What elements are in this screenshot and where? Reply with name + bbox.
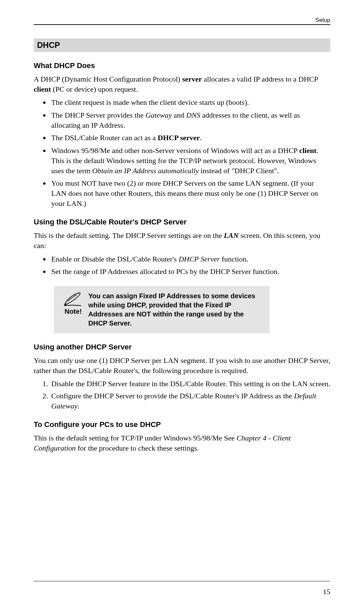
text-bold: server — [182, 75, 202, 83]
text-italic: DNS — [186, 111, 201, 119]
text-bold: client — [299, 146, 316, 155]
section-title-bar: DHCP — [34, 38, 330, 52]
s1-intro: A DHCP (Dynamic Host Configuration Proto… — [34, 74, 330, 94]
page-number: 15 — [34, 587, 330, 596]
subhead-using-router-dhcp: Using the DSL/Cable Router's DHCP Server — [34, 218, 330, 226]
text: A DHCP (Dynamic Host Configuration Proto… — [34, 75, 182, 83]
pen-note-icon — [63, 292, 83, 306]
text: . — [78, 402, 80, 410]
text: This is the default setting. The DHCP Se… — [34, 231, 224, 240]
text: and — [172, 111, 186, 119]
s3-intro: You can only use one (1) DHCP Server per… — [34, 356, 330, 375]
s1-bullet-list: The client request is made when the clie… — [34, 97, 330, 208]
text: Enable or Disable the DSL/Cable Router's — [51, 255, 179, 263]
text: This is the default setting for TCP/IP u… — [34, 434, 237, 442]
text: allocates a valid IP address to a DHCP — [202, 75, 318, 83]
list-item: The client request is made when the clie… — [50, 97, 330, 108]
text: function. — [220, 255, 248, 263]
list-item: Enable or Disable the DSL/Cable Router's… — [50, 254, 330, 264]
text: The DHCP Server provides the — [51, 111, 146, 119]
text: . — [200, 133, 202, 142]
note-label: Note! — [58, 308, 88, 315]
list-item: Windows 95/98/Me and other non-Server ve… — [50, 146, 330, 176]
page: Setup DHCP What DHCP Does A DHCP (Dynami… — [0, 0, 364, 613]
list-item: Configure the DHCP Server to provide the… — [50, 391, 330, 411]
list-item: Set the range of IP Addresses allocated … — [50, 267, 330, 277]
text-italic: Gateway — [146, 111, 172, 119]
list-item: Disable the DHCP Server feature in the D… — [50, 379, 330, 389]
s4-intro: This is the default setting for TCP/IP u… — [34, 433, 330, 453]
text: (PC or device) upon request. — [51, 85, 138, 93]
text-italic: Obtain an IP Address automatically — [92, 166, 199, 175]
text-bold: client — [34, 85, 51, 93]
list-item: You must NOT have two (2) or more DHCP S… — [50, 178, 330, 208]
text: instead of "DHCP Client". — [199, 166, 279, 175]
text: Configure the DHCP Server to provide the… — [51, 392, 294, 400]
subhead-what-dhcp-does: What DHCP Does — [34, 61, 330, 70]
subhead-using-another-dhcp: Using another DHCP Server — [34, 343, 330, 351]
text-italic: DHCP Server — [179, 255, 220, 263]
header-section-label: Setup — [34, 17, 330, 24]
list-item: The DHCP Server provides the Gateway and… — [50, 110, 330, 130]
footer-rule — [34, 581, 330, 581]
text: for the procedure to check these setting… — [76, 444, 199, 452]
text-bold: DHCP server — [158, 133, 200, 142]
subhead-configure-pcs: To Configure your PCs to use DHCP — [34, 420, 330, 429]
text: The DSL/Cable Router can act as a — [51, 133, 158, 142]
text-italic-bold: LAN — [224, 231, 239, 240]
s2-bullet-list: Enable or Disable the DSL/Cable Router's… — [34, 254, 330, 277]
note-icon-column: Note! — [58, 292, 88, 315]
list-item: The DSL/Cable Router can act as a DHCP s… — [50, 133, 330, 143]
s2-intro: This is the default setting. The DHCP Se… — [34, 231, 330, 250]
page-header: Setup — [34, 17, 330, 25]
s3-ordered-list: Disable the DHCP Server feature in the D… — [34, 379, 330, 411]
note-text: You can assign Fixed IP Addresses to som… — [88, 292, 263, 328]
page-footer: 15 — [34, 581, 330, 596]
text: Windows 95/98/Me and other non-Server ve… — [51, 146, 299, 155]
note-box: Note! You can assign Fixed IP Addresses … — [54, 286, 270, 333]
